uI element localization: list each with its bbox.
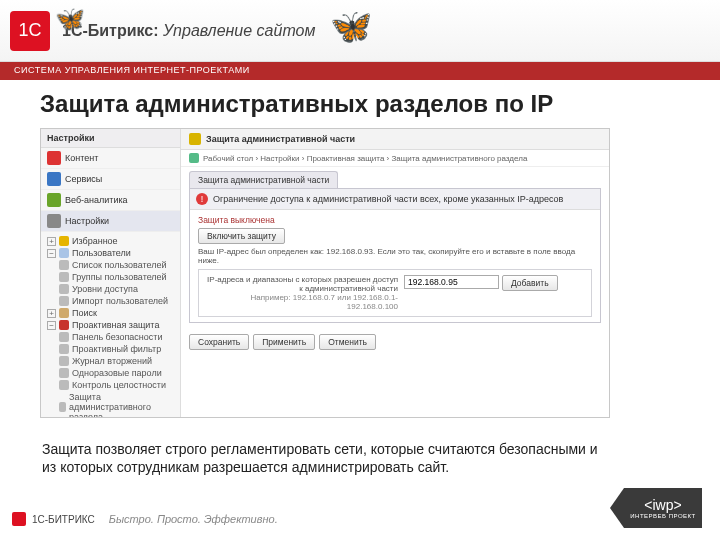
- protection-status: Защита выключена: [198, 215, 592, 225]
- enable-protection-button[interactable]: Включить защиту: [198, 228, 285, 244]
- page-icon: [59, 332, 69, 342]
- butterfly-icon: 🦋: [55, 5, 85, 33]
- tab-warning: ! Ограничение доступа к административной…: [190, 189, 600, 210]
- tree-users-list[interactable]: Список пользователей: [45, 259, 176, 271]
- tabbar: Защита административной части: [181, 167, 609, 188]
- tree-users-access[interactable]: Уровни доступа: [45, 283, 176, 295]
- breadcrumb: Рабочий стол › Настройки › Проактивная з…: [181, 150, 609, 167]
- tab-body: ! Ограничение доступа к административной…: [189, 188, 601, 323]
- product-header: 1C 🦋 1С-Битрикс: Управление сайтом 🦋: [0, 0, 720, 62]
- tree-search[interactable]: +Поиск: [45, 307, 176, 319]
- ip-input[interactable]: [404, 275, 499, 289]
- shield-icon: [59, 320, 69, 330]
- sidebar-item-settings[interactable]: Настройки: [41, 211, 180, 232]
- tree-users-groups[interactable]: Группы пользователей: [45, 271, 176, 283]
- admin-screenshot: Настройки Контент Сервисы Веб-аналитика …: [40, 128, 610, 418]
- tree-proactive-otp[interactable]: Одноразовые пароли: [45, 367, 176, 379]
- sidebar-item-content[interactable]: Контент: [41, 148, 180, 169]
- main-panel: Защита административной части Рабочий ст…: [181, 129, 609, 417]
- iwp-badge: <iwp> ИНТЕРВЕБ ПРОЕКТ: [624, 488, 702, 528]
- tree-users[interactable]: −Пользователи: [45, 247, 176, 259]
- page-icon: [59, 402, 66, 412]
- tree-users-import[interactable]: Импорт пользователей: [45, 295, 176, 307]
- page-icon: [59, 356, 69, 366]
- ip-field-row: IP-адреса и диапазоны с которых разрешен…: [198, 269, 592, 317]
- product-logo: 1C: [10, 11, 50, 51]
- analytics-icon: [47, 193, 61, 207]
- tree-proactive-panel[interactable]: Панель безопасности: [45, 331, 176, 343]
- tab-admin-protection[interactable]: Защита административной части: [189, 171, 338, 188]
- page-icon: [59, 344, 69, 354]
- services-icon: [47, 172, 61, 186]
- star-icon: [59, 236, 69, 246]
- save-button[interactable]: Сохранить: [189, 334, 249, 350]
- page-icon: [59, 284, 69, 294]
- page-icon: [59, 380, 69, 390]
- page-icon: [59, 272, 69, 282]
- footer-brand: 1С-БИТРИКС: [32, 514, 95, 525]
- users-icon: [59, 248, 69, 258]
- settings-icon: [47, 214, 61, 228]
- sidebar-section-header: Настройки: [41, 129, 180, 148]
- tree-proactive-adminsec[interactable]: Защита административного раздела: [45, 391, 176, 418]
- tree-proactive[interactable]: −Проактивная защита: [45, 319, 176, 331]
- page-icon: [59, 368, 69, 378]
- product-tagline: СИСТЕМА УПРАВЛЕНИЯ ИНТЕРНЕТ-ПРОЕКТАМИ: [0, 62, 720, 80]
- sidebar: Настройки Контент Сервисы Веб-аналитика …: [41, 129, 181, 417]
- tree-proactive-log[interactable]: Журнал вторжений: [45, 355, 176, 367]
- cancel-button[interactable]: Отменить: [319, 334, 376, 350]
- content-icon: [47, 151, 61, 165]
- warning-icon: !: [196, 193, 208, 205]
- page-icon: [59, 296, 69, 306]
- sidebar-tree: +Избранное −Пользователи Список пользова…: [41, 232, 180, 418]
- footer-logo-icon: [12, 512, 26, 526]
- tree-proactive-filter[interactable]: Проактивный фильтр: [45, 343, 176, 355]
- home-icon: [189, 153, 199, 163]
- ip-field-hint: Например: 192.168.0.7 или 192.168.0.1-19…: [204, 293, 398, 311]
- tree-proactive-integrity[interactable]: Контроль целостности: [45, 379, 176, 391]
- apply-button[interactable]: Применить: [253, 334, 315, 350]
- search-icon: [59, 308, 69, 318]
- page-icon: [59, 260, 69, 270]
- slide-caption: Защита позволяет строго регламентировать…: [42, 440, 602, 476]
- page-title: Защита административной части: [181, 129, 609, 150]
- tree-favorites[interactable]: +Избранное: [45, 235, 176, 247]
- lock-icon: [189, 133, 201, 145]
- footer-slogan: Быстро. Просто. Эффективно.: [109, 513, 278, 525]
- product-title: 1С-Битрикс: Управление сайтом: [62, 22, 315, 40]
- slide-title: Защита административных разделов по IP: [40, 90, 680, 118]
- butterfly-icon: 🦋: [330, 6, 372, 46]
- ip-notice: Ваш IP-адрес был определен как: 192.168.…: [198, 247, 592, 265]
- add-ip-button[interactable]: Добавить: [502, 275, 558, 291]
- ip-field-label: IP-адреса и диапазоны с которых разрешен…: [204, 275, 398, 293]
- sidebar-item-analytics[interactable]: Веб-аналитика: [41, 190, 180, 211]
- sidebar-item-services[interactable]: Сервисы: [41, 169, 180, 190]
